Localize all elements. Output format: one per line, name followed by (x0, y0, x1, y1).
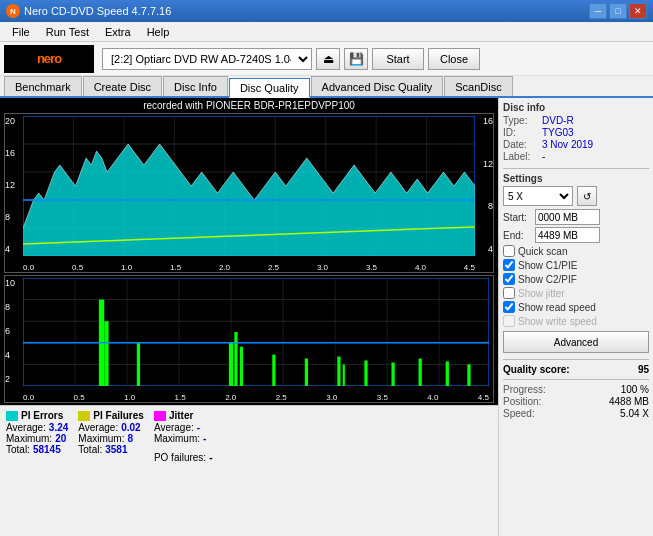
pi-errors-avg-label: Average: (6, 422, 46, 433)
pi-errors-max-label: Maximum: (6, 433, 52, 444)
disc-type-label: Type: (503, 115, 538, 126)
svg-rect-40 (337, 357, 340, 386)
disc-id-label: ID: (503, 127, 538, 138)
show-read-speed-row: Show read speed (503, 301, 649, 313)
disc-label-row: Label: - (503, 151, 649, 162)
tab-disc-quality[interactable]: Disc Quality (229, 78, 310, 98)
show-c2pif-label: Show C2/PIF (518, 274, 577, 285)
minimize-button[interactable]: ─ (589, 3, 607, 19)
show-c1pie-checkbox[interactable] (503, 259, 515, 271)
svg-rect-33 (104, 321, 108, 386)
progress-value: 100 % (621, 384, 649, 395)
close-disc-button[interactable]: Close (428, 48, 480, 70)
quality-value: 95 (638, 364, 649, 375)
maximize-button[interactable]: □ (609, 3, 627, 19)
pi-failures-label: PI Failures (93, 410, 144, 421)
show-c2-row: Show C2/PIF (503, 273, 649, 285)
disc-info-title: Disc info (503, 102, 649, 113)
app-icon: N (6, 4, 20, 18)
start-input[interactable] (535, 209, 600, 225)
show-jitter-checkbox[interactable] (503, 287, 515, 299)
svg-rect-45 (446, 361, 449, 386)
svg-rect-39 (305, 359, 308, 386)
start-button[interactable]: Start (372, 48, 424, 70)
end-input[interactable] (535, 227, 600, 243)
quick-scan-checkbox[interactable] (503, 245, 515, 257)
advanced-button[interactable]: Advanced (503, 331, 649, 353)
disc-id-row: ID: TYG03 (503, 127, 649, 138)
svg-rect-43 (391, 362, 394, 386)
start-input-group: Start: (503, 209, 649, 225)
title-bar: N Nero CD-DVD Speed 4.7.7.16 ─ □ ✕ (0, 0, 653, 22)
progress-section: Progress: 100 % Position: 4488 MB Speed:… (503, 384, 649, 419)
nero-logo-text: nero (37, 51, 61, 66)
top-chart-svg (23, 116, 475, 256)
pi-errors-total-label: Total: (6, 444, 30, 455)
bottom-chart-x-labels: 0.00.51.01.52.02.53.03.54.04.5 (23, 393, 489, 402)
drive-select[interactable]: [2:2] Optiarc DVD RW AD-7240S 1.04 (102, 48, 312, 70)
show-write-speed-row: Show write speed (503, 315, 649, 327)
quality-row: Quality score: 95 (503, 364, 649, 375)
show-read-speed-label: Show read speed (518, 302, 596, 313)
speed-value: 5.04 X (620, 408, 649, 419)
po-failures-label: PO failures: (154, 452, 206, 463)
tabs: Benchmark Create Disc Disc Info Disc Qua… (0, 76, 653, 98)
save-button[interactable]: 💾 (344, 48, 368, 70)
jitter-color (154, 411, 166, 421)
pi-failures-total-value: 3581 (105, 444, 127, 455)
show-c1-row: Show C1/PIE (503, 259, 649, 271)
eject-button[interactable]: ⏏ (316, 48, 340, 70)
pi-errors-max-value: 20 (55, 433, 66, 444)
show-jitter-label: Show jitter (518, 288, 565, 299)
svg-rect-38 (272, 355, 275, 386)
jitter-max-value: - (203, 433, 206, 444)
position-label: Position: (503, 396, 541, 407)
end-label: End: (503, 230, 531, 241)
quality-label: Quality score: (503, 364, 570, 375)
show-c1pie-label: Show C1/PIE (518, 260, 577, 271)
tab-create-disc[interactable]: Create Disc (83, 76, 162, 96)
progress-progress-row: Progress: 100 % (503, 384, 649, 395)
close-button[interactable]: ✕ (629, 3, 647, 19)
pi-failures-max-value: 8 (127, 433, 133, 444)
menu-run-test[interactable]: Run Test (38, 24, 97, 40)
svg-rect-35 (229, 343, 233, 386)
bottom-chart-svg (23, 278, 489, 386)
pi-failures-max-label: Maximum: (78, 433, 124, 444)
top-chart-x-labels: 0.00.51.01.52.02.53.03.54.04.5 (23, 263, 475, 272)
start-label: Start: (503, 212, 531, 223)
pi-errors-avg-value: 3.24 (49, 422, 68, 433)
tab-advanced-disc-quality[interactable]: Advanced Disc Quality (311, 76, 444, 96)
menu-help[interactable]: Help (139, 24, 178, 40)
jitter-max-label: Maximum: (154, 433, 200, 444)
pi-failures-total-label: Total: (78, 444, 102, 455)
settings-section: Settings 5 X ↺ Start: End: Quick scan (503, 173, 649, 353)
jitter-stats: Jitter Average: - Maximum: - PO failures… (154, 410, 213, 463)
show-write-speed-label: Show write speed (518, 316, 597, 327)
menu-file[interactable]: File (4, 24, 38, 40)
tab-disc-info[interactable]: Disc Info (163, 76, 228, 96)
disc-date-value: 3 Nov 2019 (542, 139, 593, 150)
disc-date-label: Date: (503, 139, 538, 150)
refresh-button[interactable]: ↺ (577, 186, 597, 206)
pi-failures-avg-label: Average: (78, 422, 118, 433)
show-read-speed-checkbox[interactable] (503, 301, 515, 313)
menu-extra[interactable]: Extra (97, 24, 139, 40)
nero-logo: nero (4, 45, 94, 73)
divider-3 (503, 379, 649, 380)
svg-rect-36 (234, 332, 237, 386)
pi-errors-total-value: 58145 (33, 444, 61, 455)
show-jitter-row: Show jitter (503, 287, 649, 299)
disc-label-value: - (542, 151, 545, 162)
speed-label: Speed: (503, 408, 535, 419)
disc-date-row: Date: 3 Nov 2019 (503, 139, 649, 150)
tab-scan-disc[interactable]: ScanDisc (444, 76, 512, 96)
show-c2pif-checkbox[interactable] (503, 273, 515, 285)
svg-rect-42 (364, 360, 367, 386)
position-value: 4488 MB (609, 396, 649, 407)
tab-benchmark[interactable]: Benchmark (4, 76, 82, 96)
speed-select[interactable]: 5 X (503, 186, 573, 206)
top-chart: 20 16 12 8 4 16 12 8 4 (4, 113, 494, 273)
pi-failures-color (78, 411, 90, 421)
svg-rect-37 (240, 347, 243, 386)
